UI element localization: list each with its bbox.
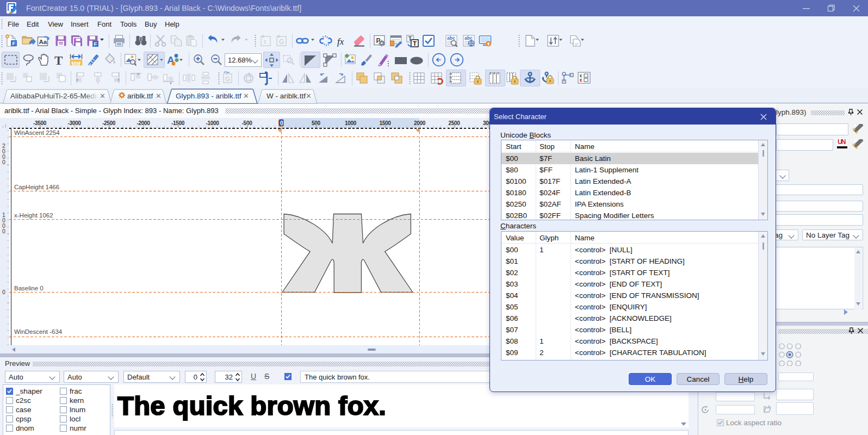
svg-text:fx: fx — [337, 36, 344, 47]
svg-text:F: F — [13, 40, 16, 46]
svg-text:G: G — [279, 38, 284, 46]
svg-text:Aa: Aa — [39, 39, 47, 45]
svg-text:T: T — [54, 54, 63, 67]
svg-text:c: c — [264, 38, 267, 45]
svg-text:T: T — [413, 40, 417, 47]
svg-text:F: F — [94, 41, 97, 47]
svg-text:abc: abc — [447, 35, 455, 41]
svg-text:abc: abc — [464, 35, 473, 41]
svg-text:G: G — [225, 76, 230, 82]
